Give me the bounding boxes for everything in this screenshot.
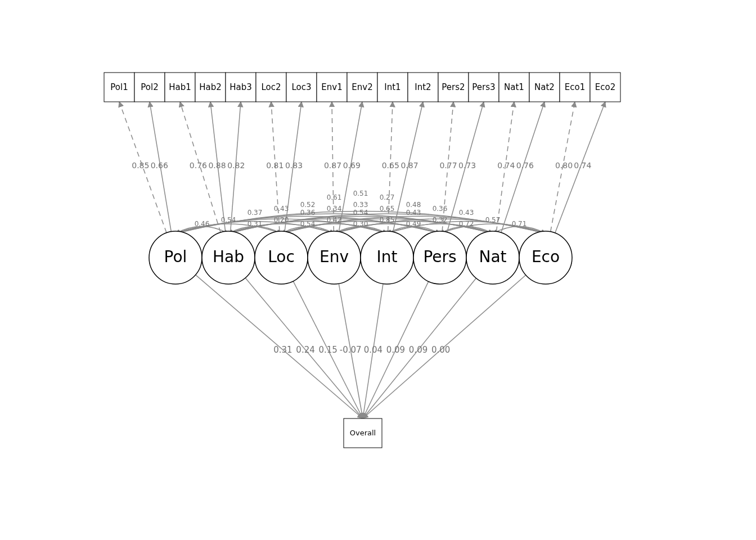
overall-label: Overall bbox=[350, 429, 376, 437]
regression-value: 0.09 bbox=[386, 345, 405, 355]
correlation-value: 0.46 bbox=[195, 220, 210, 228]
indicator-label: Loc3 bbox=[291, 82, 311, 92]
indicator-label: Env1 bbox=[321, 82, 342, 92]
indicator-label: Hab3 bbox=[230, 82, 252, 92]
correlation-value: 0.52 bbox=[300, 201, 316, 209]
correlation-value: 0.61 bbox=[327, 194, 342, 201]
regression-value: 0.24 bbox=[296, 345, 314, 355]
regression-value: 0.09 bbox=[409, 345, 428, 355]
loading-value: 0.87 bbox=[400, 161, 418, 170]
correlation-value: 0.32 bbox=[433, 216, 448, 224]
correlation-value: 0.43 bbox=[406, 209, 421, 217]
correlation-value: 0.72 bbox=[459, 220, 474, 228]
regression-value: -0.07 bbox=[340, 345, 362, 355]
loading-value: 0.74 bbox=[497, 161, 515, 170]
correlation-value: 0.34 bbox=[327, 205, 342, 213]
correlation-value: 0.43 bbox=[274, 205, 289, 213]
correlation-value: 0.36 bbox=[300, 209, 316, 217]
indicator-label: Eco2 bbox=[595, 82, 615, 92]
indicator-label: Nat2 bbox=[534, 82, 555, 92]
indicator-label: Loc2 bbox=[261, 82, 281, 92]
latent-label: Hab bbox=[213, 248, 244, 266]
loading-value: 0.80 bbox=[555, 161, 573, 170]
regression-value: 0.31 bbox=[273, 345, 292, 355]
loading-value: 0.88 bbox=[208, 161, 226, 170]
loading-value: 0.85 bbox=[132, 161, 149, 170]
correlation-value: 0.43 bbox=[459, 209, 474, 217]
latent-label: Pers bbox=[423, 248, 456, 266]
loading-value: 0.66 bbox=[151, 161, 168, 170]
correlation-value: 0.31 bbox=[248, 220, 263, 228]
correlation-value: 0.36 bbox=[433, 205, 448, 213]
loading-value: 0.76 bbox=[190, 161, 207, 170]
latent-label: Loc bbox=[268, 248, 295, 266]
regression-value: 0.00 bbox=[431, 345, 450, 355]
latent-label: Eco bbox=[532, 248, 560, 266]
correlation-value: 0.27 bbox=[380, 194, 395, 201]
correlation-value: 0.48 bbox=[406, 201, 421, 209]
indicator-label: Env2 bbox=[352, 82, 372, 92]
correlation-value: 0.51 bbox=[353, 190, 368, 197]
correlation-value: 0.65 bbox=[380, 205, 395, 213]
correlation-value: 0.85 bbox=[380, 216, 395, 224]
indicator-label: Pers2 bbox=[442, 82, 465, 92]
indicator-label: Hab2 bbox=[199, 82, 222, 92]
indicator-label: Int2 bbox=[415, 82, 431, 92]
correlation-value: 0.54 bbox=[221, 216, 236, 224]
loading-value: 0.74 bbox=[574, 161, 591, 170]
indicator-label: Eco1 bbox=[565, 82, 585, 92]
loading-value: 0.87 bbox=[324, 161, 341, 170]
correlation-value: 0.33 bbox=[353, 201, 368, 209]
loading-value: 0.73 bbox=[458, 161, 476, 170]
correlation-value: 0.57 bbox=[485, 216, 501, 224]
latent-label: Nat bbox=[479, 248, 506, 266]
latent-label: Pol bbox=[164, 248, 187, 266]
loading-value: 0.83 bbox=[285, 161, 303, 170]
indicator-label: Int1 bbox=[384, 82, 400, 92]
correlation-value: 0.30 bbox=[353, 220, 368, 228]
indicator-label: Hab1 bbox=[169, 82, 191, 92]
regression-value: 0.15 bbox=[318, 345, 337, 355]
indicator-label: Pers3 bbox=[472, 82, 495, 92]
latent-label: Int bbox=[377, 248, 398, 266]
correlation-value: 0.42 bbox=[327, 216, 342, 224]
correlation-value: 0.54 bbox=[300, 220, 316, 228]
correlation-value: 0.49 bbox=[406, 220, 421, 228]
correlation-value: 0.54 bbox=[353, 209, 368, 217]
loading-value: 0.82 bbox=[227, 161, 245, 170]
loading-value: 0.76 bbox=[516, 161, 534, 170]
loading-value: 0.65 bbox=[382, 161, 399, 170]
indicator-label: Pol2 bbox=[141, 82, 158, 92]
loading-value: 0.69 bbox=[343, 161, 361, 170]
latent-label: Env bbox=[320, 248, 349, 266]
regression-value: 0.04 bbox=[364, 345, 382, 355]
correlation-value: 0.71 bbox=[512, 220, 527, 228]
indicator-label: Pol1 bbox=[110, 82, 128, 92]
indicator-label: Nat1 bbox=[504, 82, 524, 92]
loading-value: 0.81 bbox=[266, 161, 284, 170]
correlation-value: 0.37 bbox=[248, 209, 263, 217]
loading-value: 0.77 bbox=[439, 161, 457, 170]
correlation-value: 0.20 bbox=[274, 216, 289, 224]
